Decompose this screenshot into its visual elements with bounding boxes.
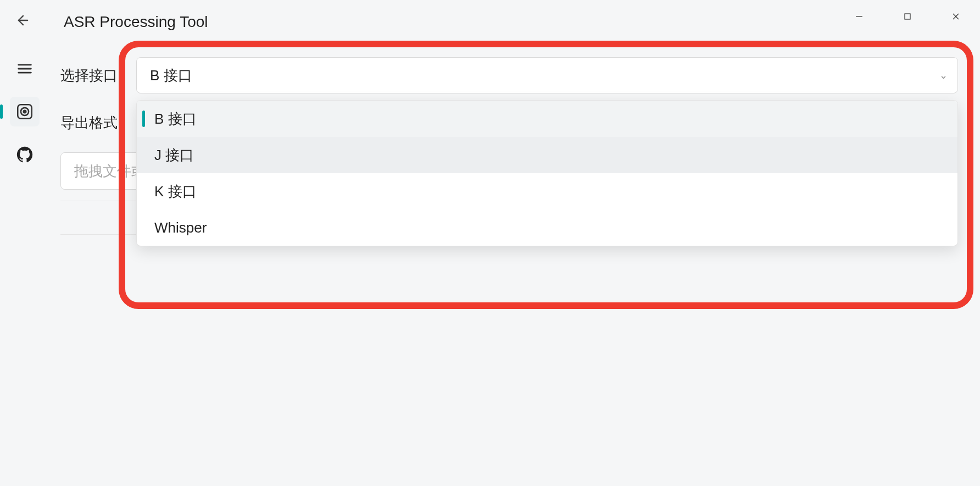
- label-export-format: 导出格式: [60, 113, 126, 132]
- select-interface[interactable]: B 接口 ⌄: [136, 57, 958, 93]
- close-button[interactable]: [932, 0, 980, 33]
- dropdown-option-j[interactable]: J 接口: [137, 137, 957, 173]
- sidebar-item-asr-tool[interactable]: [10, 97, 40, 126]
- row-interface: 选择接口 B 接口 ⌄ B 接口 J 接口 K 接口: [60, 57, 980, 93]
- maximize-button[interactable]: [883, 0, 932, 33]
- back-button[interactable]: [15, 13, 31, 32]
- app-title: ASR Processing Tool: [64, 13, 208, 31]
- chevron-down-icon: ⌄: [939, 69, 948, 81]
- svg-point-10: [24, 111, 26, 113]
- sidebar-item-github[interactable]: [10, 140, 40, 169]
- dropzone-placeholder: 拖拽文件或: [74, 162, 146, 181]
- titlebar: ASR Processing Tool: [0, 0, 980, 44]
- minimize-button[interactable]: [835, 0, 883, 33]
- window-controls: [835, 0, 980, 33]
- dropdown-option-b[interactable]: B 接口: [137, 101, 957, 137]
- menu-toggle[interactable]: [10, 54, 40, 84]
- dropdown-interface: B 接口 J 接口 K 接口 Whisper: [136, 100, 958, 246]
- dropdown-option-k[interactable]: K 接口: [137, 173, 957, 209]
- select-interface-value: B 接口: [150, 66, 192, 85]
- svg-rect-2: [905, 14, 910, 19]
- sidebar: [0, 44, 49, 486]
- main-content: 选择接口 B 接口 ⌄ B 接口 J 接口 K 接口: [49, 44, 980, 486]
- label-interface: 选择接口: [60, 66, 126, 85]
- dropdown-option-whisper[interactable]: Whisper: [137, 209, 957, 246]
